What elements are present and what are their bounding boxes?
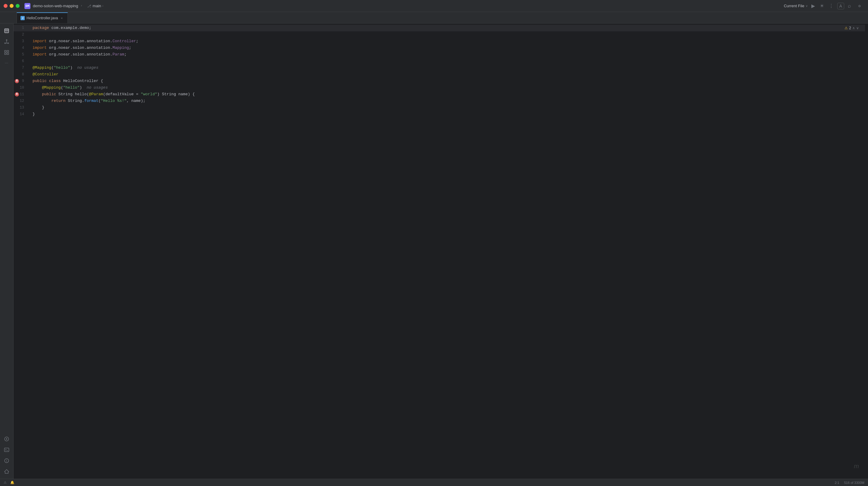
sidebar-item-files[interactable]	[2, 26, 11, 36]
code-line: 12 return String.format("Hello %s!", nam…	[13, 98, 865, 104]
project-name: demo-solon-web-mapping	[33, 4, 78, 8]
maximize-button[interactable]	[16, 4, 20, 8]
line-content	[30, 31, 865, 38]
editor-scrollbar[interactable]	[865, 24, 868, 479]
branch-chevron-icon: ›	[102, 4, 103, 7]
current-file-label: Current File	[784, 4, 804, 8]
line-number: 3	[13, 38, 30, 44]
current-file-chevron-icon: ∨	[806, 4, 808, 7]
line-content: }	[30, 111, 865, 118]
status-notifications[interactable]: 🔔	[10, 481, 14, 485]
cursor-position: 2:1	[835, 481, 839, 485]
line-number: 14	[13, 111, 30, 118]
titlebar: DM demo-solon-web-mapping › ⎇ main › Cur…	[0, 0, 868, 12]
svg-rect-10	[4, 448, 9, 452]
editor-area: ⚠ 2 ∧ ∨ 1 package com.example.demo; 2	[13, 24, 868, 479]
more-actions-button[interactable]: ⋮	[828, 2, 835, 10]
status-warnings[interactable]: ⚠	[4, 481, 7, 485]
svg-point-3	[8, 43, 9, 44]
tab-close-button[interactable]: ×	[60, 16, 64, 20]
code-line: R 9 public class HelloController {	[13, 78, 865, 84]
line-content: import org.noear.solon.annotation.Mappin…	[30, 44, 865, 51]
current-file-button[interactable]: Current File ∨	[784, 4, 808, 8]
line-content: import org.noear.solon.annotation.Param;	[30, 51, 865, 58]
line-number: R 11	[13, 91, 30, 98]
main-layout: •••	[0, 24, 868, 479]
minimize-button[interactable]	[10, 4, 13, 8]
ide-settings-icon[interactable]: ⚙	[855, 1, 864, 11]
file-tab[interactable]: J HelloController.java ×	[17, 12, 68, 23]
code-line: 5 import org.noear.solon.annotation.Para…	[13, 51, 865, 58]
line-number: 2	[13, 31, 30, 38]
debug-button[interactable]: ☀	[818, 2, 825, 10]
line-number: 6	[13, 58, 30, 64]
java-file-icon: J	[21, 16, 25, 20]
line-number: 5	[13, 51, 30, 58]
tabbar: J HelloController.java ×	[0, 12, 868, 24]
branch-area[interactable]: ⎇ main ›	[87, 4, 103, 8]
svg-marker-9	[6, 438, 8, 440]
line-content: @Mapping("hello") no usages	[30, 84, 865, 91]
line-content: @Controller	[30, 71, 865, 78]
line-number: 13	[13, 104, 30, 111]
sidebar-item-problems[interactable]	[2, 456, 11, 465]
line-content: import org.noear.solon.annotation.Contro…	[30, 38, 865, 44]
sidebar-item-git[interactable]	[2, 37, 11, 47]
svg-rect-4	[4, 50, 6, 52]
editor-with-scrollbar: ⚠ 2 ∧ ∨ 1 package com.example.demo; 2	[13, 24, 868, 479]
code-line: 2	[13, 31, 865, 38]
editor-watermark: m	[854, 463, 859, 470]
status-right: 2:1 516 of 3300M	[835, 481, 864, 485]
svg-point-2	[4, 43, 5, 44]
status-memory[interactable]: 516 of 3300M	[844, 481, 864, 485]
line-number: R 9	[13, 78, 30, 84]
line-content: public String hello(@Param(defaultValue …	[30, 91, 865, 98]
warnings-up-arrow: ∧	[852, 26, 855, 30]
sidebar-item-more[interactable]: •••	[2, 59, 11, 68]
sidebar-item-run[interactable]	[2, 434, 11, 444]
code-editor[interactable]: ⚠ 2 ∧ ∨ 1 package com.example.demo; 2	[13, 24, 865, 479]
line-content: package com.example.demo;	[30, 25, 865, 31]
sidebar-item-vcs[interactable]	[2, 467, 11, 476]
line-number: 10	[13, 84, 30, 91]
activity-bar: •••	[0, 24, 13, 479]
line-number: 1	[13, 25, 30, 31]
code-line: 14 }	[13, 111, 865, 118]
run-button[interactable]: ▶	[810, 2, 816, 10]
search-button[interactable]: ⌕	[846, 1, 852, 10]
code-line: 8 @Controller	[13, 71, 865, 78]
code-line: 7 @Mapping("hello") no usages	[13, 64, 865, 71]
sidebar-item-extensions[interactable]	[2, 48, 11, 57]
branch-name: main	[93, 4, 101, 8]
code-line: 3 import org.noear.solon.annotation.Cont…	[13, 38, 865, 44]
warnings-count: 2	[849, 26, 851, 30]
code-line: 1 package com.example.demo;	[13, 25, 865, 31]
code-line: 10 @Mapping("hello") no usages	[13, 84, 865, 91]
tab-filename: HelloController.java	[27, 16, 58, 20]
line-number: 8	[13, 71, 30, 78]
code-line: 6	[13, 58, 865, 64]
code-line: 13 }	[13, 104, 865, 111]
branch-icon: ⎇	[87, 4, 91, 8]
line-content: public class HelloController {	[30, 78, 865, 84]
warnings-badge[interactable]: ⚠ 2 ∧ ∨	[844, 26, 859, 30]
svg-rect-7	[7, 53, 9, 55]
svg-rect-5	[7, 50, 9, 52]
line-number: 12	[13, 98, 30, 104]
memory-usage: 516 of 3300M	[844, 481, 864, 485]
code-line: 4 import org.noear.solon.annotation.Mapp…	[13, 44, 865, 51]
status-bar: ⚠ 🔔 2:1 516 of 3300M	[0, 479, 868, 486]
close-button[interactable]	[4, 4, 7, 8]
traffic-lights	[4, 4, 20, 8]
status-left: ⚠ 🔔	[4, 481, 14, 485]
status-cursor[interactable]: 2:1	[835, 481, 839, 485]
translate-button[interactable]: A	[837, 3, 844, 9]
warnings-down-arrow: ∨	[856, 26, 859, 30]
line-content: return String.format("Hello %s!", name);	[30, 98, 865, 104]
project-chevron-icon: ›	[81, 4, 82, 7]
status-notification-icon: 🔔	[10, 481, 14, 485]
svg-point-1	[6, 39, 7, 40]
line-content	[30, 58, 865, 64]
code-line: R 11 public String hello(@Param(defaultV…	[13, 91, 865, 98]
sidebar-item-terminal[interactable]	[2, 445, 11, 455]
